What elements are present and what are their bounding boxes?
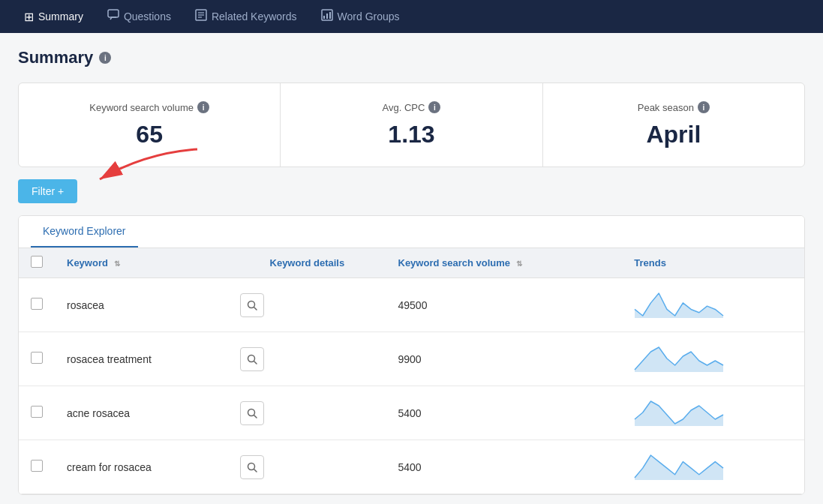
annotation-arrow bbox=[85, 142, 205, 187]
main-content: Summary i Keyword search volume i 65 Avg… bbox=[0, 33, 823, 504]
row-keyword: cream for rosacea bbox=[55, 440, 228, 494]
top-navigation: ⊞ Summary Questions Related Keywords Wor… bbox=[0, 0, 823, 33]
tabs-header: Keyword Explorer bbox=[19, 216, 804, 248]
filter-button[interactable]: Filter + bbox=[18, 179, 77, 203]
trend-sparkline bbox=[634, 397, 724, 427]
select-all-checkbox[interactable] bbox=[31, 256, 43, 268]
svg-rect-7 bbox=[326, 14, 328, 19]
svg-rect-8 bbox=[329, 12, 331, 19]
svg-line-11 bbox=[254, 307, 257, 310]
svg-marker-15 bbox=[635, 347, 723, 372]
avg-cpc-value: 1.13 bbox=[296, 121, 527, 148]
nav-item-questions[interactable]: Questions bbox=[95, 0, 183, 33]
word-groups-icon bbox=[321, 9, 333, 24]
trend-sparkline bbox=[634, 451, 724, 481]
table-row: rosacea treatment9900 bbox=[19, 332, 804, 386]
row-keyword: rosacea treatment bbox=[55, 332, 228, 386]
trend-sparkline bbox=[634, 289, 724, 319]
row-volume: 5400 bbox=[386, 440, 623, 494]
tabs-container: Keyword Explorer Keyword ⇅ Keywor bbox=[18, 215, 805, 495]
row-checkbox[interactable] bbox=[31, 352, 43, 364]
search-volume-info-icon[interactable]: i bbox=[197, 101, 209, 113]
th-keyword[interactable]: Keyword ⇅ bbox=[55, 248, 228, 278]
row-volume: 5400 bbox=[386, 386, 623, 440]
avg-cpc-info-icon[interactable]: i bbox=[428, 101, 440, 113]
svg-line-20 bbox=[254, 469, 257, 472]
stat-card-peak-season: Peak season i April bbox=[543, 83, 804, 166]
summary-icon: ⊞ bbox=[24, 10, 34, 24]
row-checkbox-cell bbox=[19, 440, 55, 494]
filter-with-annotation: Filter + bbox=[18, 179, 77, 203]
volume-sort-icon: ⇅ bbox=[516, 260, 522, 268]
tab-keyword-explorer[interactable]: Keyword Explorer bbox=[31, 216, 138, 248]
table-row: rosacea49500 bbox=[19, 278, 804, 332]
row-checkbox-cell bbox=[19, 278, 55, 332]
row-trend bbox=[622, 386, 804, 440]
row-checkbox-cell bbox=[19, 386, 55, 440]
row-trend bbox=[622, 332, 804, 386]
row-volume: 49500 bbox=[386, 278, 623, 332]
row-checkbox[interactable] bbox=[31, 460, 43, 472]
trend-sparkline bbox=[634, 343, 724, 373]
row-trend bbox=[622, 278, 804, 332]
nav-item-summary[interactable]: ⊞ Summary bbox=[12, 0, 95, 33]
keyword-details-button[interactable] bbox=[240, 401, 264, 425]
peak-season-value: April bbox=[558, 121, 789, 148]
svg-rect-6 bbox=[323, 16, 325, 19]
th-checkbox bbox=[19, 248, 55, 278]
nav-item-related-keywords[interactable]: Related Keywords bbox=[183, 0, 309, 33]
th-trends: Trends bbox=[622, 248, 804, 278]
filter-area: Filter + bbox=[18, 179, 805, 203]
table-row: cream for rosacea5400 bbox=[19, 440, 804, 494]
row-checkbox[interactable] bbox=[31, 298, 43, 310]
svg-marker-12 bbox=[635, 293, 723, 318]
table-row: acne rosacea5400 bbox=[19, 386, 804, 440]
title-info-icon[interactable]: i bbox=[99, 52, 111, 64]
stat-card-avg-cpc: Avg. CPC i 1.13 bbox=[281, 83, 542, 166]
keyword-details-button[interactable] bbox=[240, 347, 264, 371]
svg-line-17 bbox=[254, 415, 257, 418]
svg-line-14 bbox=[254, 361, 257, 364]
keyword-details-button[interactable] bbox=[240, 455, 264, 479]
page-title: Summary i bbox=[18, 48, 805, 68]
th-search-volume[interactable]: Keyword search volume ⇅ bbox=[386, 248, 623, 278]
row-details-cell bbox=[228, 440, 386, 494]
row-details-cell bbox=[228, 332, 386, 386]
th-keyword-details: Keyword details bbox=[228, 248, 386, 278]
row-checkbox-cell bbox=[19, 332, 55, 386]
row-details-cell bbox=[228, 278, 386, 332]
table-header-row: Keyword ⇅ Keyword details Keyword search… bbox=[19, 248, 804, 278]
keyword-table: Keyword ⇅ Keyword details Keyword search… bbox=[19, 248, 804, 494]
row-volume: 9900 bbox=[386, 332, 623, 386]
row-checkbox[interactable] bbox=[31, 406, 43, 418]
nav-item-word-groups[interactable]: Word Groups bbox=[309, 0, 412, 33]
row-details-cell bbox=[228, 386, 386, 440]
peak-season-info-icon[interactable]: i bbox=[698, 101, 710, 113]
row-trend bbox=[622, 440, 804, 494]
keyword-details-button[interactable] bbox=[240, 293, 264, 317]
keyword-sort-icon: ⇅ bbox=[114, 260, 120, 268]
row-keyword: rosacea bbox=[55, 278, 228, 332]
svg-rect-0 bbox=[108, 10, 119, 17]
questions-icon bbox=[107, 9, 119, 24]
related-keywords-icon bbox=[195, 9, 207, 24]
row-keyword: acne rosacea bbox=[55, 386, 228, 440]
